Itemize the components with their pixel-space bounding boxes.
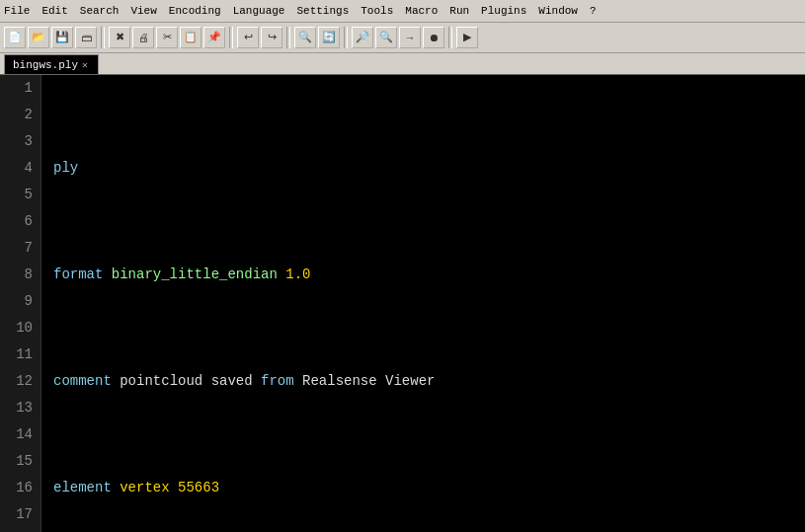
tab-bingws[interactable]: bingws.ply ✕ [4,54,99,74]
menu-macro[interactable]: Macro [405,5,438,17]
save-all-button[interactable]: 🗃 [75,27,97,48]
ln-4: 4 [8,155,33,182]
undo-button[interactable]: ↩ [237,27,259,48]
menu-plugins[interactable]: Plugins [481,5,526,17]
indent-button[interactable]: → [399,27,421,48]
token-vertex: vertex [120,475,178,501]
menu-edit[interactable]: Edit [41,5,67,17]
sep4 [344,27,348,48]
copy-button[interactable]: 📋 [180,27,201,48]
menu-view[interactable]: View [130,5,156,17]
ln-7: 7 [8,235,33,262]
ln-16: 16 [8,475,33,501]
ln-1: 1 [8,75,33,102]
icon-bar: 📄 📂 💾 🗃 ✖ 🖨 ✂ 📋 📌 ↩ ↪ 🔍 🔄 🔎 🔍 → ⏺ ▶ [0,22,805,52]
ln-2: 2 [8,102,33,128]
ln-10: 10 [8,315,33,342]
token-from: from [261,368,294,395]
print-button[interactable]: 🖨 [132,27,154,48]
ln-11: 11 [8,342,33,368]
ln-13: 13 [8,395,33,421]
find-button[interactable]: 🔍 [294,27,316,48]
paste-button[interactable]: 📌 [203,27,225,48]
ln-18: 18 [8,528,33,532]
ln-14: 14 [8,421,33,448]
code-line-1: ply [53,155,793,182]
token-binary: binary_little_endian [112,262,278,288]
tab-close-icon[interactable]: ✕ [82,59,88,71]
tab-filename: bingws.ply [13,59,78,71]
macro-button[interactable]: ⏺ [423,27,444,48]
menu-tools[interactable]: Tools [361,5,393,17]
zoom-out-button[interactable]: 🔍 [375,27,397,48]
save-button[interactable]: 💾 [51,27,73,48]
tab-bar: bingws.ply ✕ [0,53,805,75]
token-comment: comment [53,368,120,395]
ln-8: 8 [8,262,33,288]
menu-help[interactable]: ? [590,5,597,17]
ln-5: 5 [8,182,33,208]
sep5 [448,27,452,48]
code-content[interactable]: ply format binary_little_endian 1.0 comm… [41,75,805,532]
token-format: format [53,262,112,288]
cut-button[interactable]: ✂ [156,27,178,48]
ln-12: 12 [8,368,33,395]
menu-search[interactable]: Search [80,5,120,17]
menu-window[interactable]: Window [538,5,578,17]
menu-bar: File Edit Search View Encoding Language … [0,0,805,22]
zoom-in-button[interactable]: 🔎 [352,27,373,48]
run-button[interactable]: ▶ [456,27,478,48]
sep3 [286,27,290,48]
sep1 [101,27,105,48]
code-line-4: element vertex 55663 [53,475,793,501]
menu-language[interactable]: Language [233,5,285,17]
ln-9: 9 [8,288,33,315]
new-button[interactable]: 📄 [4,27,26,48]
token-version: 1.0 [278,262,311,288]
token-realsense: Realsense Viewer [294,368,436,395]
ln-3: 3 [8,128,33,155]
code-line-3: comment pointcloud saved from Realsense … [53,368,793,395]
token-ply: ply [53,155,78,182]
open-button[interactable]: 📂 [28,27,49,48]
token-element1: element [53,475,120,501]
menu-file[interactable]: File [4,5,30,17]
token-55663: 55663 [178,475,219,501]
replace-button[interactable]: 🔄 [318,27,340,48]
redo-button[interactable]: ↪ [261,27,282,48]
token-comment-text: pointcloud saved [120,368,261,395]
menu-run[interactable]: Run [449,5,469,17]
ln-15: 15 [8,448,33,475]
close-button[interactable]: ✖ [109,27,130,48]
ln-6: 6 [8,208,33,235]
code-line-2: format binary_little_endian 1.0 [53,262,793,288]
menu-settings[interactable]: Settings [296,5,349,17]
sep2 [229,27,233,48]
ln-17: 17 [8,501,33,528]
line-numbers: 1 2 3 4 5 6 7 8 9 10 11 12 13 14 15 16 1… [0,75,41,532]
toolbar: File Edit Search View Encoding Language … [0,0,805,53]
editor: 1 2 3 4 5 6 7 8 9 10 11 12 13 14 15 16 1… [0,75,805,532]
menu-encoding[interactable]: Encoding [169,5,221,17]
